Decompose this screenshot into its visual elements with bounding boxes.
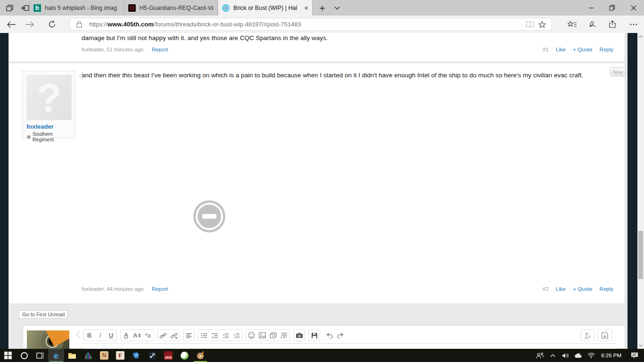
tab-list-chevron-icon[interactable] (330, 3, 344, 13)
outdent-icon[interactable] (220, 330, 231, 341)
scrollbar-thumb[interactable] (638, 231, 643, 279)
people-icon[interactable] (534, 352, 546, 359)
browser-tab-bar: b halo 5 whiplash - Bing imag H5-Guardia… (0, 0, 644, 16)
reply-text-input[interactable] (83, 343, 616, 349)
tab-req-card[interactable]: H5-Guardians-REQ-Card-Va (124, 0, 218, 16)
refresh-icon[interactable] (43, 16, 60, 33)
back-icon[interactable] (3, 16, 20, 33)
wifi-icon[interactable] (585, 353, 597, 358)
volume-icon[interactable] (559, 353, 572, 359)
alignment-icon[interactable] (183, 330, 194, 341)
post-number: #1 (543, 47, 549, 52)
insert-link-icon[interactable] (157, 330, 168, 341)
broken-image-icon (193, 200, 225, 232)
new-post-badge: New (610, 67, 626, 76)
tab-close-icon[interactable]: × (304, 4, 308, 11)
tab-preview-icon[interactable] (3, 3, 17, 13)
taskbar-green-app-icon[interactable] (176, 349, 192, 362)
redo-icon[interactable] (335, 330, 346, 341)
taskbar-blue-app-icon[interactable] (128, 349, 144, 362)
taskbar-clock[interactable]: 6:26 PM (597, 353, 625, 358)
address-bar[interactable]: https://www.405th.com/forums/threads/bri… (70, 18, 552, 31)
minimize-icon[interactable] (580, 0, 602, 16)
remove-formatting-button[interactable]: Tx (581, 330, 594, 341)
editor-toolbar: B I U A A aa (83, 329, 349, 341)
indent-icon[interactable] (231, 330, 242, 341)
current-user-avatar[interactable] (27, 330, 69, 349)
tab-bing-images[interactable]: b halo 5 whiplash - Bing imag (30, 0, 124, 16)
reply-link[interactable]: Reply (600, 286, 613, 292)
onedrive-cloud-icon[interactable] (572, 353, 585, 358)
report-link[interactable]: Report (152, 47, 168, 52)
insert-image-icon[interactable] (257, 330, 268, 341)
author-badge: Southern Regiment (26, 131, 75, 142)
post-actions: #2 Like + Quote Reply (537, 286, 613, 292)
regiment-icon (26, 134, 31, 139)
more-icon[interactable] (625, 16, 642, 33)
close-icon[interactable] (623, 0, 644, 16)
page-right-margin (627, 33, 637, 349)
new-tab-icon[interactable] (315, 3, 329, 13)
editor-bubble-arrow-inner (73, 330, 81, 339)
scroll-up-icon[interactable] (637, 33, 644, 40)
like-link[interactable]: Like (556, 286, 566, 292)
hub-icon[interactable] (564, 16, 581, 33)
tab-brick-or-bust[interactable]: Brick or Bust (WIP) | Hal × (218, 0, 313, 16)
tab-title: Brick or Bust (WIP) | Hal (233, 5, 301, 11)
task-view-icon[interactable] (32, 349, 48, 362)
smilies-icon[interactable] (246, 330, 257, 341)
font-size-button[interactable]: A (132, 330, 142, 341)
font-family-button[interactable]: aa (142, 330, 153, 341)
taskbar-file-explorer-icon[interactable] (64, 349, 80, 362)
bullet-list-icon[interactable] (198, 330, 209, 341)
start-button[interactable] (0, 349, 16, 362)
taskbar-paint-app-icon[interactable] (192, 349, 208, 362)
like-link[interactable]: Like (556, 47, 566, 52)
system-tray: 6:26 PM (534, 349, 644, 362)
forward-icon[interactable] (21, 16, 38, 33)
favorite-star-icon[interactable] (536, 21, 548, 28)
italic-button[interactable]: I (95, 330, 106, 341)
undo-icon[interactable] (324, 330, 335, 341)
post-byline: foxleader, 44 minutes ago Report (82, 286, 168, 292)
taskbar-f-app-icon[interactable]: F (112, 349, 128, 362)
restore-icon[interactable] (602, 0, 623, 16)
post-actions: #1 Like + Quote Reply (537, 47, 613, 52)
avatar[interactable]: ? (26, 75, 72, 120)
quote-link[interactable]: + Quote (573, 286, 592, 292)
web-note-icon[interactable] (584, 16, 601, 33)
avatar-placeholder-glyph: ? (37, 74, 62, 121)
taskbar-nexus-app-icon[interactable]: N (96, 349, 112, 362)
reply-link[interactable]: Reply (600, 47, 613, 52)
lock-icon (73, 21, 85, 28)
insert-media-icon[interactable] (268, 330, 279, 341)
action-center-icon[interactable] (625, 352, 644, 359)
bold-button[interactable]: B (84, 330, 95, 341)
taskbar-cad-2015-icon[interactable]: 2015 (160, 349, 176, 362)
reading-view-icon[interactable] (524, 21, 536, 28)
gallery-camera-icon[interactable] (294, 330, 305, 341)
hidden-icons-chevron[interactable] (546, 354, 559, 357)
unlink-icon[interactable] (168, 330, 179, 341)
bb-code-icon[interactable] (598, 330, 611, 341)
go-to-first-unread-button[interactable]: Go to First Unread (19, 310, 68, 319)
insert-quote-icon[interactable] (279, 330, 289, 341)
save-draft-icon[interactable] (309, 330, 320, 341)
taskbar-edge-icon[interactable]: e (48, 349, 64, 362)
search-cortana-icon[interactable] (16, 349, 32, 362)
underline-button[interactable]: U (106, 330, 116, 341)
taskbar-steam-icon[interactable] (144, 349, 160, 362)
forum-page: damage but I'm still not happy with it. … (0, 33, 644, 349)
page-left-margin (0, 33, 8, 349)
scroll-down-icon[interactable] (637, 342, 644, 349)
text-color-button[interactable]: A (121, 330, 132, 341)
numbered-list-icon[interactable] (209, 330, 220, 341)
report-link[interactable]: Report (152, 286, 168, 292)
byline-text: foxleader, 51 minutes ago (82, 47, 144, 52)
share-icon[interactable] (604, 16, 621, 33)
quote-link[interactable]: + Quote (573, 47, 592, 52)
author-link[interactable]: foxleader (26, 123, 54, 130)
url-text[interactable]: https://www.405th.com/forums/threads/bri… (89, 21, 524, 28)
scrollbar[interactable] (637, 33, 644, 349)
taskbar-media-app-icon[interactable] (80, 349, 96, 362)
